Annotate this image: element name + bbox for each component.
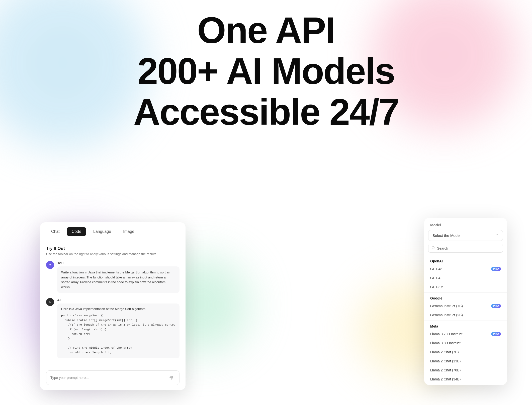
model-item-llama2-34b[interactable]: Llama 2 Chat (34B) xyxy=(424,375,507,384)
try-it-out-desc: Use the toolbar on the right to apply va… xyxy=(46,252,180,256)
model-item-llama3-8b[interactable]: Llama 3 8B Instruct xyxy=(424,339,507,348)
pro-badge-gemma7b: PRO xyxy=(491,304,501,308)
model-item-gpt35[interactable]: GPT-3.5 xyxy=(424,282,507,291)
hero-section: One API 200+ AI Models Accessible 24/7 xyxy=(0,10,532,132)
code-intro: Here is a Java implementation of the Mer… xyxy=(61,307,175,311)
model-item-gemma2b[interactable]: Gemma Instruct (2B) xyxy=(424,311,507,320)
search-icon xyxy=(431,246,435,250)
user-message: Y You Write a function in Java that impl… xyxy=(46,261,180,293)
chat-input-area xyxy=(40,370,186,390)
model-search-input[interactable] xyxy=(437,246,500,250)
model-label-gpt35: GPT-3.5 xyxy=(430,285,443,289)
model-label-llama3-8b: Llama 3 8B Instruct xyxy=(430,341,461,345)
svg-line-3 xyxy=(434,249,435,249)
model-search-wrapper[interactable] xyxy=(428,244,503,253)
model-group-openai: OpenAI xyxy=(424,257,507,264)
user-message-content: You Write a function in Java that implem… xyxy=(57,261,180,293)
try-it-out: Try It Out Use the toolbar on the right … xyxy=(46,246,180,256)
hero-line3: Accessible 24/7 xyxy=(133,91,399,133)
model-label-gemma2b: Gemma Instruct (2B) xyxy=(430,313,463,317)
pro-badge-llama3-70b: PRO xyxy=(491,332,501,336)
tab-language[interactable]: Language xyxy=(88,227,116,236)
model-card-header: Model xyxy=(424,218,507,230)
chevron-up-icon: ⌃ xyxy=(496,234,499,238)
model-item-gemma7b[interactable]: Gemma Instruct (7B) PRO xyxy=(424,301,507,311)
model-label-llama2-70b: Llama 2 Chat (70B) xyxy=(430,368,461,372)
divider-2 xyxy=(424,321,507,321)
model-card: Model Select the Model ⌃ OpenAI GPT-4o P… xyxy=(424,218,507,385)
user-message-bubble: Write a function in Java that implements… xyxy=(57,266,180,293)
model-item-gpt4o[interactable]: GPT-4o PRO xyxy=(424,264,507,273)
divider-3 xyxy=(424,385,507,385)
chat-input[interactable] xyxy=(50,376,167,380)
model-label-llama2-34b: Llama 2 Chat (34B) xyxy=(430,377,461,381)
hero-line2: 200+ AI Models xyxy=(137,50,395,92)
model-item-llama2-13b[interactable]: Llama 2 Chat (13B) xyxy=(424,357,507,366)
tab-image[interactable]: Image xyxy=(118,227,139,236)
try-it-out-title: Try It Out xyxy=(46,246,180,251)
tab-chat[interactable]: Chat xyxy=(46,227,65,236)
ai-message: AI AI Here is a Java implementation of t… xyxy=(46,298,180,358)
hero-line1: One API xyxy=(197,10,335,51)
chat-card: Chat Code Language Image Try It Out Use … xyxy=(40,222,186,390)
model-group-meta: Meta xyxy=(424,322,507,329)
pro-badge-gpt4o: PRO xyxy=(491,267,501,271)
ai-message-bubble: Here is a Java implementation of the Mer… xyxy=(57,303,180,358)
user-sender-label: You xyxy=(57,261,180,265)
model-label-llama2-7b: Llama 2 Chat (7B) xyxy=(430,350,459,354)
tab-code[interactable]: Code xyxy=(67,227,86,236)
avatar-ai: AI xyxy=(46,298,54,306)
model-label-llama2-13b: Llama 2 Chat (13B) xyxy=(430,359,461,363)
model-label-llama3-70b: Llama 3 70B Instruct xyxy=(430,332,462,336)
model-label-gemma7b: Gemma Instruct (7B) xyxy=(430,304,463,308)
send-icon xyxy=(169,375,173,380)
model-item-llama3-70b[interactable]: Llama 3 70B Instruct PRO xyxy=(424,329,507,339)
model-label-gpt4: GPT-4 xyxy=(430,276,440,280)
model-item-gpt4[interactable]: GPT-4 xyxy=(424,273,507,282)
ai-message-content: AI Here is a Java implementation of the … xyxy=(57,298,180,358)
model-selector-label: Select the Model xyxy=(432,233,461,238)
model-selector-trigger[interactable]: Select the Model ⌃ xyxy=(428,230,503,241)
model-item-llama2-7b[interactable]: Llama 2 Chat (7B) xyxy=(424,348,507,357)
hero-title: One API 200+ AI Models Accessible 24/7 xyxy=(0,10,532,132)
tab-bar: Chat Code Language Image xyxy=(40,222,186,240)
model-group-google: Google xyxy=(424,294,507,301)
chat-input-wrapper[interactable] xyxy=(46,370,180,385)
model-list: OpenAI GPT-4o PRO GPT-4 GPT-3.5 Google G… xyxy=(424,255,507,385)
avatar-user: Y xyxy=(46,261,54,269)
code-block: public class MergeSort { public static i… xyxy=(61,313,175,355)
chat-body: Try It Out Use the toolbar on the right … xyxy=(40,240,186,369)
model-label-gpt4o: GPT-4o xyxy=(430,267,442,271)
divider-1 xyxy=(424,292,507,293)
model-item-llama2-70b[interactable]: Llama 2 Chat (70B) xyxy=(424,366,507,375)
ai-sender-label: AI xyxy=(57,298,180,302)
send-button[interactable] xyxy=(167,374,175,382)
